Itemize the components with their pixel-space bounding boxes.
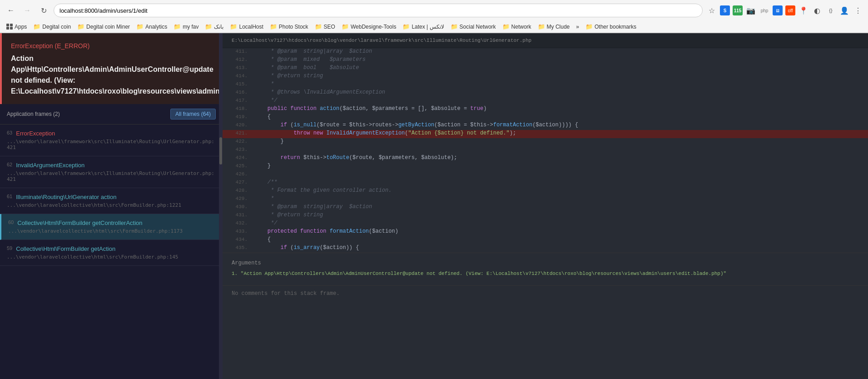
frame-item-59[interactable]: 59 Collective\Html\FormBuilder getAction…: [0, 240, 223, 266]
apps-grid-icon: [6, 24, 13, 30]
code-line-431: 431. * @return string: [223, 212, 868, 220]
bookmark-my-fav[interactable]: 📁 my fav: [171, 22, 201, 31]
code-file-path: E:\Localhost\v7127\htdocs\roxo\blog\vend…: [223, 33, 868, 48]
frame-item-63[interactable]: 63 ErrorException ...\vendor\laravel\fra…: [0, 125, 223, 156]
bookmark-label: WebDesigne-Tools: [351, 24, 397, 30]
main-content: ErrorException (E_ERROR) Action App\Http…: [0, 33, 868, 379]
code-line-415: 415. *: [223, 81, 868, 89]
star-icon[interactable]: ☆: [706, 5, 717, 16]
bookmark-more[interactable]: »: [573, 23, 582, 31]
back-button[interactable]: ←: [5, 4, 17, 17]
bookmark-seo[interactable]: 📁 SEO: [312, 22, 338, 31]
scrollbar-thumb[interactable]: [219, 137, 222, 165]
folder-icon: 📁: [33, 23, 40, 30]
code-line-435: 435. if (is_array($action)) {: [223, 244, 868, 253]
nav-bar: ← → ↻ ☆ S 115 📷 php 🖥 off 📍 ◐ {} 👤 ⋮: [0, 0, 868, 21]
frame-item-62[interactable]: 62 InvalidArgumentException ...\vendor\l…: [0, 156, 223, 188]
bookmark-webdesigne[interactable]: 📁 WebDesigne-Tools: [339, 22, 399, 31]
bookmark-label: My Clude: [547, 24, 570, 30]
bookmark-other[interactable]: 📁 Other bookmarks: [583, 22, 639, 31]
brackets-icon[interactable]: {}: [825, 5, 836, 16]
frame-name: Collective\Html\FormBuilder getControlle…: [8, 219, 216, 226]
code-line-411: 411. * @param string|array $action: [223, 48, 868, 56]
forward-button[interactable]: →: [21, 4, 34, 17]
maps-icon[interactable]: 📍: [798, 5, 809, 16]
bookmark-label: Other bookmarks: [595, 24, 636, 30]
bookmark-bank[interactable]: 📁 بانک: [202, 22, 226, 31]
folder-icon: 📁: [205, 23, 212, 30]
left-panel: ErrorException (E_ERROR) Action App\Http…: [0, 33, 223, 379]
folder-icon: 📁: [342, 23, 349, 30]
extension-icon-1[interactable]: S: [720, 5, 730, 15]
address-bar[interactable]: [54, 4, 703, 17]
bookmark-label: my fav: [183, 24, 198, 30]
bookmark-label: Degital coin Miner: [86, 24, 130, 30]
bookmark-localhost[interactable]: 📁 LocalHost: [227, 22, 266, 31]
bookmark-my-clude[interactable]: 📁 My Clude: [535, 22, 573, 31]
folder-icon: 📁: [585, 23, 593, 30]
theme-icon[interactable]: ◐: [812, 5, 823, 16]
code-line-420: 420. if (is_null($route = $this->routes-…: [223, 122, 868, 130]
frame-path: ...\vendor\laravelcollective\html\src\Fo…: [8, 228, 216, 234]
code-line-421-highlighted: 421. throw new InvalidArgumentException(…: [223, 130, 868, 138]
bookmark-more-label: »: [576, 24, 579, 30]
bookmark-apps[interactable]: Apps: [4, 23, 30, 31]
profile-icon[interactable]: 👤: [839, 5, 850, 16]
bookmark-label: Photo Stock: [279, 24, 308, 30]
error-message: Action App\Http\Controllers\Admin\AdminU…: [11, 53, 213, 97]
code-line-419: 419. {: [223, 114, 868, 122]
code-line-432: 432. */: [223, 220, 868, 228]
app-frames-label: Application frames (2): [7, 111, 60, 117]
scrollbar[interactable]: [219, 33, 223, 379]
frame-num: 62: [7, 162, 12, 167]
frame-name: Collective\Html\FormBuilder getAction: [7, 245, 216, 252]
right-panel[interactable]: E:\Localhost\v7127\htdocs\roxo\blog\vend…: [223, 33, 868, 379]
code-line-412: 412. * @param mixed $parameters: [223, 56, 868, 65]
bookmark-analytics[interactable]: 📁 Analytics: [134, 22, 170, 31]
frames-controls: Application frames (2) All frames (64): [0, 104, 223, 125]
code-line-428: 428. * Format the given controller actio…: [223, 187, 868, 195]
bookmark-degital-coin-miner[interactable]: 📁 Degital coin Miner: [74, 22, 133, 31]
frame-path: ...\vendor\laravel\framework\src\Illumin…: [7, 139, 216, 150]
frame-item-61[interactable]: 61 Illuminate\Routing\UrlGenerator actio…: [0, 188, 223, 214]
folder-icon: 📁: [270, 23, 277, 30]
code-line-417: 417. */: [223, 97, 868, 105]
nav-actions: ☆ S 115 📷 php 🖥 off 📍 ◐ {} 👤 ⋮: [706, 5, 863, 16]
bookmark-label: Degital coin: [42, 24, 71, 30]
php-icon[interactable]: php: [759, 5, 770, 16]
no-comments: No comments for this stack frame.: [223, 285, 868, 301]
camera-icon[interactable]: 📷: [745, 5, 756, 16]
bookmark-label: بانک: [214, 24, 223, 30]
bookmark-photo-stock[interactable]: 📁 Photo Stock: [267, 22, 311, 31]
code-line-430: 430. * @param string|array $action: [223, 204, 868, 212]
menu-icon[interactable]: ⋮: [853, 5, 863, 16]
extension-icon-3[interactable]: 🖥: [773, 5, 783, 15]
all-frames-button[interactable]: All frames (64): [170, 109, 216, 120]
bookmark-social-network[interactable]: 📁 Social Network: [448, 22, 499, 31]
code-line-418: 418. public function action($action, $pa…: [223, 105, 868, 114]
refresh-button[interactable]: ↻: [37, 4, 50, 17]
extension-icon-4[interactable]: off: [785, 5, 795, 15]
folder-icon: 📁: [77, 23, 84, 30]
folder-icon: 📁: [502, 23, 510, 30]
frame-num: 60: [8, 219, 14, 225]
folder-icon: 📁: [136, 23, 144, 30]
bookmark-label: Latex | لاتکس: [412, 24, 444, 30]
arguments-title: Arguments: [232, 260, 859, 266]
frame-name: ErrorException: [7, 130, 216, 137]
folder-icon: 📁: [315, 23, 322, 30]
frame-path: ...\vendor\laravelcollective\html\src\Fo…: [7, 254, 216, 260]
folder-icon: 📁: [174, 23, 181, 30]
code-view: 411. * @param string|array $action 412. …: [223, 48, 868, 253]
code-line-423: 423.: [223, 146, 868, 155]
bookmark-latex[interactable]: 📁 Latex | لاتکس: [400, 22, 446, 31]
frame-item-60[interactable]: 60 Collective\Html\FormBuilder getContro…: [0, 214, 223, 240]
bookmark-degital-coin[interactable]: 📁 Degital coin: [30, 22, 74, 31]
code-line-416: 416. * @throws \InvalidArgumentException: [223, 89, 868, 97]
code-line-422: 422. }: [223, 138, 868, 146]
frame-num: 61: [7, 194, 12, 199]
bookmark-network[interactable]: 📁 Network: [500, 22, 534, 31]
extension-icon-2[interactable]: 115: [733, 5, 743, 15]
bookmark-label: SEO: [324, 24, 335, 30]
code-line-433: 433. protected function formatAction($ac…: [223, 228, 868, 236]
